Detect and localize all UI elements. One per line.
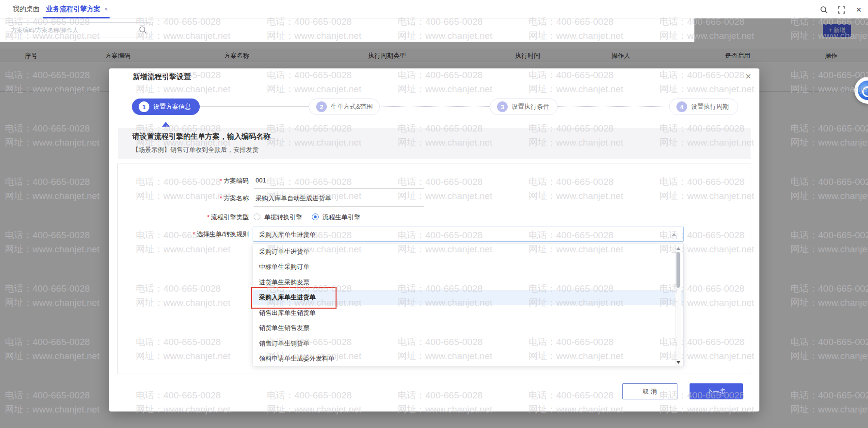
modal-backdrop-top-right: [694, 18, 868, 42]
step-4-label: 设置执行周期: [691, 102, 729, 111]
dropdown-item-highlighted[interactable]: 采购入库单生进货单: [253, 290, 683, 306]
step-3-label: 设置执行条件: [512, 102, 549, 111]
active-step-pointer: [162, 122, 170, 127]
tab-bar: 我的桌面 业务流程引擎方案× ×: [0, 0, 868, 18]
step-2-number: 2: [316, 101, 327, 112]
scheme-code-input[interactable]: 001: [256, 177, 266, 184]
radio-doc-convert-label[interactable]: 单据转换引擎: [264, 213, 302, 222]
tab-process-engine[interactable]: 业务流程引擎方案×: [46, 5, 108, 14]
step-4-number: 4: [676, 101, 687, 112]
rule-dropdown: 采购订单生进货单 中标单生采购订单 进货单生采购发票 采购入库单生进货单 销售出…: [253, 244, 684, 366]
search-icon[interactable]: [819, 4, 829, 15]
radio-process-label[interactable]: 流程生单引擎: [322, 213, 360, 222]
scroll-down-icon[interactable]: [676, 361, 680, 364]
rule-select-value: 采购入库单生进货单: [259, 230, 316, 239]
scheme-name-underline: [254, 206, 424, 207]
service-robot-icon: [858, 81, 868, 100]
step-1-label: 设置方案信息: [153, 102, 191, 111]
radio-doc-convert-engine[interactable]: [254, 214, 260, 220]
fullscreen-icon[interactable]: [836, 4, 847, 15]
scheme-name-label: *方案名称: [123, 194, 249, 203]
required-mark: *: [207, 214, 209, 221]
next-step-button[interactable]: 下一步: [690, 383, 743, 399]
scrollbar-thumb[interactable]: [676, 252, 680, 288]
dropdown-item[interactable]: 中标单生采购订单: [253, 260, 683, 275]
dropdown-item[interactable]: 领料申请单生成委外发料单: [253, 351, 683, 367]
scroll-up-icon[interactable]: [676, 247, 680, 250]
intro-heading: 请设置流程引擎的生单方案，输入编码名称: [132, 132, 271, 141]
required-mark: *: [220, 177, 222, 184]
step-2[interactable]: 2 生单方式&范围: [309, 99, 380, 115]
engine-type-label: *流程引擎类型: [123, 213, 249, 222]
step-1[interactable]: 1 设置方案信息: [132, 99, 200, 115]
required-mark: *: [193, 230, 195, 238]
scheme-code-label: *方案编码: [123, 177, 249, 185]
step-4[interactable]: 4 设置执行周期: [669, 99, 738, 115]
dialog-title: 新增流程引擎设置: [133, 72, 191, 82]
dropdown-item[interactable]: 采购订单生进货单: [253, 244, 683, 260]
dropdown-item[interactable]: 销售订单生销货单: [253, 336, 683, 351]
dropdown-item[interactable]: 销售出库单生销货单: [253, 305, 683, 321]
rule-select-label: *选择生单/转换规则: [123, 230, 249, 239]
step-2-label: 生单方式&范围: [331, 102, 373, 111]
step-1-number: 1: [139, 101, 149, 112]
cancel-button[interactable]: 取 消: [622, 383, 677, 399]
new-process-engine-dialog: 新增流程引擎设置 × 1 设置方案信息 2 生单方式&范围 3 设置执行条件 4…: [109, 68, 759, 412]
intro-panel: 请设置流程引擎的生单方案，输入编码名称 【场景示例】销售订单收到全款后，安排发货: [118, 128, 751, 159]
step-connector-1: [200, 106, 309, 107]
rule-select[interactable]: 采购入库单生进货单: [253, 227, 684, 242]
scheme-code-underline: [254, 188, 424, 189]
step-3-number: 3: [497, 101, 508, 112]
close-icon[interactable]: ×: [853, 4, 864, 15]
required-mark: *: [220, 195, 222, 202]
tab-label: 业务流程引擎方案: [46, 5, 100, 13]
tab-close-icon[interactable]: ×: [104, 5, 108, 13]
radio-process-engine[interactable]: [312, 214, 319, 220]
dropdown-item[interactable]: 进货单生采购发票: [253, 275, 683, 290]
dialog-close-icon[interactable]: ×: [742, 70, 754, 82]
filter-toolbar: [0, 18, 694, 42]
dropdown-item[interactable]: 销货单生销售发票: [253, 321, 683, 336]
search-input[interactable]: [6, 23, 141, 37]
intro-example: 【场景示例】销售订单收到全款后，安排发货: [132, 146, 258, 154]
scheme-name-input[interactable]: 采购入库单自动生成进货单: [256, 194, 331, 203]
step-3[interactable]: 3 设置执行条件: [490, 99, 558, 115]
step-connector-2: [380, 106, 490, 107]
dropdown-scrollbar[interactable]: [675, 245, 681, 366]
search-input-icon[interactable]: [139, 26, 147, 36]
step-connector-3: [558, 106, 669, 107]
search-box[interactable]: [6, 22, 151, 37]
caret-up-icon: [672, 233, 676, 236]
tab-my-desktop[interactable]: 我的桌面: [13, 5, 40, 14]
